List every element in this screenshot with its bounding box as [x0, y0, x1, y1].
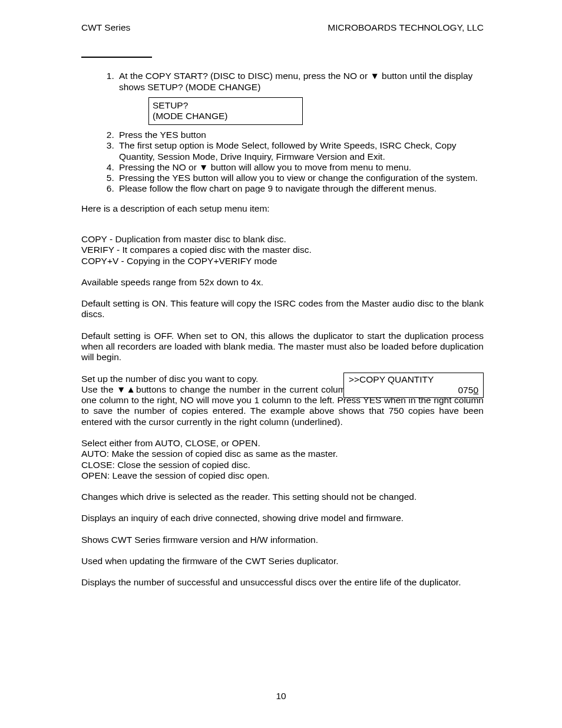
desc-inquiry: Displays an inquiry of each drive connec…: [81, 513, 484, 523]
lcd-qty-digits: 075: [458, 385, 474, 395]
lcd-qty-line-1: >>COPY QUANTITY: [349, 374, 478, 386]
desc-reader: Changes which drive is selected as the r…: [81, 492, 484, 502]
header-right: MICROBOARDS TECHNOLOGY, LLC: [328, 22, 484, 33]
lcd-qty-cursor-digit: 0: [473, 385, 478, 395]
page-number: 10: [0, 691, 562, 701]
desc-session-4: OPEN: Leave the session of copied disc o…: [81, 470, 484, 481]
desc-copyv: COPY+V - Copying in the COPY+VERIFY mode: [81, 256, 484, 266]
step-2: Press the YES button: [117, 130, 484, 140]
lcd-display-setup: SETUP? (MODE CHANGE): [148, 97, 303, 125]
step-1-text-a: At the COPY START? (DISC to DISC) menu, …: [119, 71, 370, 81]
down-arrow-icon: [370, 71, 379, 81]
step-5: Pressing the YES button will allow you t…: [117, 173, 484, 183]
desc-update: Used when updating the firmware of the C…: [81, 556, 484, 566]
step-4-text-a: Pressing the NO or: [119, 162, 199, 172]
step-4: Pressing the NO or button will allow you…: [117, 162, 484, 173]
desc-session-1: Select either from AUTO, CLOSE, or OPEN.: [81, 438, 484, 449]
step-3: The first setup option is Mode Select, f…: [117, 140, 484, 162]
header-left: CWT Series: [81, 22, 130, 33]
lcd-display-copy-qty: >>COPY QUANTITY 0750: [343, 373, 484, 398]
section-rule: [81, 57, 152, 58]
desc-history: Displays the number of successful and un…: [81, 577, 484, 588]
step-6: Please follow the flow chart on page 9 t…: [117, 183, 484, 194]
step-1: At the COPY START? (DISC to DISC) menu, …: [117, 71, 484, 125]
desc-verify: VERIFY - It compares a copied disc with …: [81, 245, 484, 255]
lcd-qty-line-2: 0750: [349, 385, 478, 396]
lcd-line-2: (MODE CHANGE): [153, 111, 299, 122]
page: CWT Series MICROBOARDS TECHNOLOGY, LLC A…: [0, 0, 562, 728]
step-4-text-b: button will allow you to move from menu …: [208, 162, 411, 172]
desc-autorun: Default setting is OFF. When set to ON, …: [81, 331, 484, 363]
step-list: At the COPY START? (DISC to DISC) menu, …: [81, 71, 484, 194]
page-header: CWT Series MICROBOARDS TECHNOLOGY, LLC: [81, 22, 484, 33]
desc-isrc: Default setting is ON. This feature will…: [81, 298, 484, 320]
down-arrow-icon: [199, 162, 208, 172]
down-arrow-icon: [117, 384, 127, 394]
desc-session-2: AUTO: Make the session of copied disc as…: [81, 449, 484, 459]
copy-qty-section: >>COPY QUANTITY 0750 Set up the number o…: [81, 374, 484, 384]
desc-speeds: Available speeds range from 52x down to …: [81, 277, 484, 288]
up-arrow-icon: [127, 384, 137, 394]
desc-copy: COPY - Duplication from master disc to b…: [81, 234, 484, 245]
desc-session-3: CLOSE: Close the session of copied disc.: [81, 460, 484, 470]
intro-paragraph: Here is a description of each setup menu…: [81, 203, 484, 214]
qty-body-a: Use the: [81, 384, 117, 394]
desc-firmware: Shows CWT Series firmware version and H/…: [81, 535, 484, 545]
lcd-line-1: SETUP?: [153, 100, 299, 111]
